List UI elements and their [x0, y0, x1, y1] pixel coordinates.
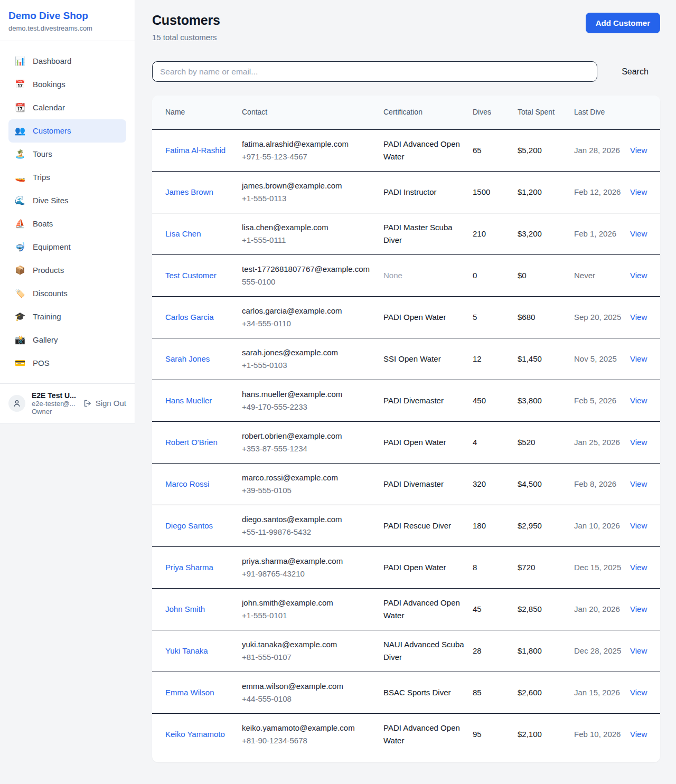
view-link[interactable]: View	[630, 438, 647, 447]
view-link[interactable]: View	[630, 354, 647, 363]
view-link[interactable]: View	[630, 229, 647, 238]
customer-dives: 5	[473, 296, 518, 338]
camera-icon: 📸	[15, 335, 25, 345]
search-input[interactable]	[152, 61, 597, 82]
customer-name-link[interactable]: Test Customer	[165, 271, 217, 280]
col-header-contact: Contact	[242, 96, 383, 129]
person-icon	[13, 399, 21, 408]
sidebar-item-calendar[interactable]: 📆 Calendar	[8, 96, 126, 119]
customer-total-spent: $3,200	[518, 213, 574, 254]
sidebar-item-discounts[interactable]: 🏷️ Discounts	[8, 282, 126, 305]
customer-dives: 65	[473, 129, 518, 171]
sidebar-item-label: Bookings	[33, 80, 65, 89]
customers-table: Name Contact Certification Dives Total S…	[152, 96, 660, 755]
sidebar-item-pos[interactable]: 💳 POS	[8, 352, 126, 375]
customer-total-spent: $3,800	[518, 380, 574, 421]
customer-total-spent: $2,600	[518, 672, 574, 713]
customer-certification: PADI Instructor	[383, 171, 473, 213]
customer-email: priya.sharma@example.com	[242, 555, 377, 568]
customer-total-spent: $2,850	[518, 588, 574, 630]
customer-dives: 180	[473, 505, 518, 546]
sidebar-item-bookings[interactable]: 📅 Bookings	[8, 73, 126, 96]
sidebar-item-trips[interactable]: 🚤 Trips	[8, 166, 126, 189]
customer-last-dive: Feb 10, 2026	[574, 713, 630, 755]
sidebar-item-label: Dive Sites	[33, 196, 69, 205]
table-row: Fatima Al-Rashid fatima.alrashid@example…	[152, 129, 660, 171]
customer-name-link[interactable]: Lisa Chen	[165, 229, 201, 238]
sailboat-icon: ⛵	[15, 219, 25, 229]
view-link[interactable]: View	[630, 479, 647, 488]
wave-icon: 🌊	[15, 195, 25, 205]
view-link[interactable]: View	[630, 313, 647, 322]
sidebar-item-label: Dashboard	[33, 56, 71, 65]
sidebar-item-boats[interactable]: ⛵ Boats	[8, 212, 126, 235]
sidebar-item-equipment[interactable]: 🤿 Equipment	[8, 235, 126, 259]
table-row: Marco Rossi marco.rossi@example.com+39-5…	[152, 463, 660, 505]
customer-name-link[interactable]: James Brown	[165, 187, 213, 196]
view-link[interactable]: View	[630, 646, 647, 655]
customer-name-link[interactable]: Diego Santos	[165, 521, 213, 530]
sidebar-item-dive-sites[interactable]: 🌊 Dive Sites	[8, 189, 126, 212]
customer-email: john.smith@example.com	[242, 597, 377, 609]
customer-email: keiko.yamamoto@example.com	[242, 722, 377, 734]
customer-dives: 28	[473, 630, 518, 672]
view-link[interactable]: View	[630, 521, 647, 530]
customer-name-link[interactable]: Emma Wilson	[165, 688, 214, 697]
sidebar-item-tours[interactable]: 🏝️ Tours	[8, 143, 126, 166]
view-link[interactable]: View	[630, 688, 647, 697]
customer-name-link[interactable]: Hans Mueller	[165, 396, 212, 405]
customer-last-dive: Dec 15, 2025	[574, 546, 630, 588]
sidebar-item-training[interactable]: 🎓 Training	[8, 305, 126, 328]
user-name: E2E Test U...	[32, 391, 77, 400]
sidebar-item-gallery[interactable]: 📸 Gallery	[8, 328, 126, 352]
view-link[interactable]: View	[630, 396, 647, 405]
customer-name-link[interactable]: Sarah Jones	[165, 354, 210, 363]
sidebar-item-dashboard[interactable]: 📊 Dashboard	[8, 50, 126, 73]
diving-mask-icon: 🤿	[15, 242, 25, 252]
view-link[interactable]: View	[630, 604, 647, 613]
customer-name-link[interactable]: Marco Rossi	[165, 479, 209, 488]
view-link[interactable]: View	[630, 563, 647, 572]
customer-phone: +1-555-0101	[242, 609, 377, 622]
sidebar-item-label: Customers	[33, 126, 71, 135]
add-customer-button[interactable]: Add Customer	[586, 13, 660, 33]
customer-name-link[interactable]: Fatima Al-Rashid	[165, 146, 226, 155]
sidebar-item-label: Products	[33, 266, 64, 275]
customer-dives: 8	[473, 546, 518, 588]
sidebar-item-products[interactable]: 📦 Products	[8, 259, 126, 282]
customer-last-dive: Feb 5, 2026	[574, 380, 630, 421]
view-link[interactable]: View	[630, 187, 647, 196]
customer-phone: +1-555-0111	[242, 234, 377, 247]
sign-out-button[interactable]: Sign Out	[83, 399, 126, 408]
customer-phone: +353-87-555-1234	[242, 442, 377, 455]
view-link[interactable]: View	[630, 730, 647, 739]
view-link[interactable]: View	[630, 146, 647, 155]
page-title: Customers	[152, 13, 220, 28]
customer-name-link[interactable]: Carlos Garcia	[165, 313, 214, 322]
customer-name-link[interactable]: Priya Sharma	[165, 563, 213, 572]
customer-certification: PADI Divemaster	[383, 380, 473, 421]
view-link[interactable]: View	[630, 271, 647, 280]
customer-last-dive: Jan 28, 2026	[574, 129, 630, 171]
customer-dives: 45	[473, 588, 518, 630]
customer-last-dive: Sep 20, 2025	[574, 296, 630, 338]
customer-name-link[interactable]: Keiko Yamamoto	[165, 730, 225, 739]
customers-table-card: Name Contact Certification Dives Total S…	[152, 96, 660, 762]
customer-dives: 4	[473, 421, 518, 463]
customer-email: emma.wilson@example.com	[242, 680, 377, 693]
customer-total-spent: $2,100	[518, 713, 574, 755]
sidebar-item-customers[interactable]: 👥 Customers	[8, 119, 126, 143]
col-header-dives: Dives	[473, 96, 518, 129]
customer-total-spent: $720	[518, 546, 574, 588]
customer-last-dive: Never	[574, 254, 630, 296]
customer-name-link[interactable]: Robert O'Brien	[165, 438, 218, 447]
brand-block: Demo Dive Shop demo.test.divestreams.com	[0, 0, 135, 41]
customer-last-dive: Feb 1, 2026	[574, 213, 630, 254]
customer-name-link[interactable]: John Smith	[165, 604, 205, 613]
search-button[interactable]: Search	[610, 67, 660, 77]
customer-total-spent: $1,200	[518, 171, 574, 213]
customer-name-link[interactable]: Yuki Tanaka	[165, 646, 208, 655]
table-row: James Brown james.brown@example.com+1-55…	[152, 171, 660, 213]
customer-certification: PADI Master Scuba Diver	[383, 213, 473, 254]
user-meta: E2E Test U... e2e-tester@... Owner	[32, 391, 77, 415]
